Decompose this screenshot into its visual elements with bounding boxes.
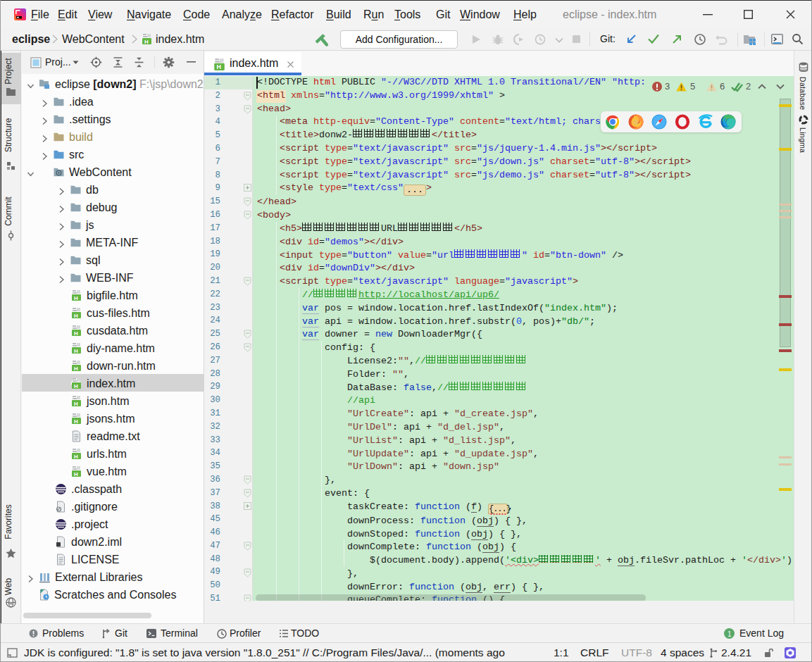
svg-text:1: 1 xyxy=(727,630,732,638)
svg-text:H: H xyxy=(217,63,221,70)
svg-text:H: H xyxy=(74,401,78,407)
svg-text:H: H xyxy=(74,366,78,372)
svg-text:H: H xyxy=(74,330,78,337)
svg-text:H: H xyxy=(74,418,78,425)
svg-text:H: H xyxy=(74,454,78,460)
svg-text:H: H xyxy=(144,39,149,45)
svg-text:H: H xyxy=(74,313,78,319)
svg-text:H: H xyxy=(74,295,78,301)
svg-text:H: H xyxy=(74,471,78,477)
svg-text:H: H xyxy=(74,348,78,354)
svg-text:H: H xyxy=(74,383,78,389)
